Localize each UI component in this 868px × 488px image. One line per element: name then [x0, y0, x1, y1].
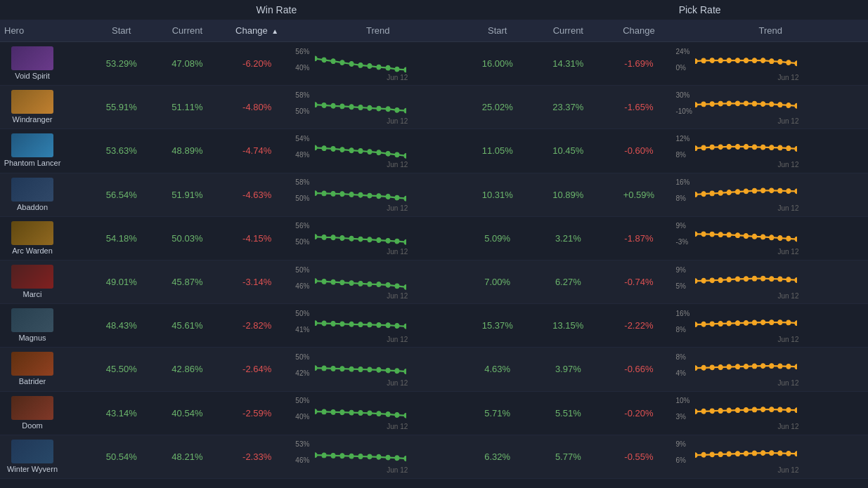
svg-point-129 — [395, 284, 399, 289]
svg-point-143 — [795, 277, 797, 282]
svg-point-82 — [404, 197, 406, 202]
wr-trend: 54% 48% Jun 12 — [292, 129, 463, 173]
pr-start: 5.71% — [463, 391, 531, 435]
svg-point-134 — [719, 277, 723, 282]
svg-point-172 — [349, 367, 354, 371]
svg-point-213 — [778, 407, 782, 412]
pr-current: 3.97% — [531, 348, 604, 391]
svg-point-97 — [322, 235, 326, 240]
svg-point-3 — [340, 60, 344, 65]
svg-point-49 — [322, 146, 326, 151]
svg-point-64 — [736, 145, 740, 150]
svg-point-51 — [340, 147, 344, 152]
pr-current: 10.45% — [531, 129, 604, 173]
wr-start-col-header: Start — [90, 20, 153, 42]
svg-point-166 — [786, 320, 791, 325]
pr-start: 4.63% — [463, 348, 531, 391]
svg-point-38 — [719, 101, 723, 106]
hero-name: Winter Wyvern — [7, 465, 58, 474]
svg-point-223 — [377, 455, 381, 460]
svg-point-95 — [795, 189, 797, 194]
svg-point-13 — [711, 58, 715, 62]
svg-point-101 — [358, 237, 363, 242]
pr-trend: 9% 5% Jun 12 — [673, 260, 868, 303]
svg-point-140 — [770, 276, 774, 281]
svg-point-222 — [368, 454, 372, 459]
wr-current-col-header: Current — [153, 20, 221, 42]
svg-point-45 — [778, 103, 782, 107]
pr-change: -0.60% — [604, 129, 673, 173]
pr-start: 15.37% — [463, 304, 531, 348]
svg-point-94 — [786, 189, 791, 194]
svg-point-90 — [753, 188, 757, 193]
svg-point-128 — [386, 282, 390, 287]
wr-start: 54.18% — [90, 216, 153, 260]
svg-point-188 — [770, 364, 774, 369]
svg-point-74 — [331, 192, 335, 197]
svg-point-27 — [340, 104, 344, 109]
svg-point-160 — [736, 321, 740, 326]
svg-point-68 — [770, 145, 774, 150]
svg-point-98 — [331, 235, 335, 240]
pr-current-col-header: Current — [531, 20, 604, 42]
svg-point-91 — [761, 188, 765, 193]
svg-point-107 — [695, 232, 697, 237]
svg-point-73 — [322, 191, 326, 196]
wr-current: 42.86% — [153, 348, 221, 391]
svg-point-168 — [315, 366, 317, 371]
svg-point-205 — [711, 409, 715, 414]
pr-start: 16.00% — [463, 42, 531, 86]
svg-point-2 — [331, 58, 335, 63]
wr-change-col-header[interactable]: Change ▲ — [221, 20, 292, 42]
svg-point-93 — [778, 188, 782, 193]
wr-trend: 56% 40% Jun 12 — [292, 42, 463, 86]
svg-point-21 — [778, 59, 782, 64]
pr-trend: 8% 4% Jun 12 — [673, 348, 868, 391]
pr-change: +0.59% — [604, 173, 673, 216]
svg-point-99 — [340, 236, 344, 241]
wr-change: -6.20% — [221, 42, 292, 86]
svg-point-130 — [404, 284, 406, 289]
svg-point-194 — [331, 410, 335, 415]
svg-point-206 — [719, 409, 723, 414]
svg-point-137 — [744, 276, 749, 281]
svg-point-221 — [358, 454, 363, 459]
svg-point-164 — [770, 319, 774, 324]
svg-point-155 — [695, 322, 697, 327]
svg-point-87 — [727, 190, 732, 195]
hero-avatar — [11, 221, 53, 245]
pr-change: -1.69% — [604, 42, 673, 86]
svg-point-10 — [404, 67, 406, 72]
svg-point-151 — [377, 322, 381, 327]
svg-point-182 — [719, 365, 723, 370]
svg-point-59 — [695, 146, 697, 151]
svg-point-220 — [349, 454, 354, 459]
pr-current: 10.89% — [531, 173, 604, 216]
hero-name: Void Spirit — [15, 72, 50, 81]
wr-start: 50.54% — [90, 435, 153, 478]
svg-point-136 — [736, 277, 740, 282]
svg-point-5 — [358, 62, 363, 67]
sort-arrow-icon: ▲ — [271, 27, 278, 35]
win-rate-section-header: Win Rate — [90, 0, 464, 20]
wr-current: 51.11% — [153, 86, 221, 129]
hero-cell: Void Spirit — [0, 42, 90, 86]
pr-current: 13.15% — [531, 304, 604, 348]
svg-point-62 — [719, 145, 723, 150]
svg-point-202 — [404, 414, 406, 418]
svg-point-77 — [358, 193, 363, 198]
svg-point-190 — [786, 364, 791, 369]
svg-point-54 — [368, 150, 372, 154]
wr-trend-col-header: Trend — [292, 20, 463, 42]
svg-point-215 — [795, 408, 797, 413]
wr-trend: 50% 42% Jun 12 — [292, 348, 463, 391]
svg-point-157 — [711, 322, 715, 327]
svg-point-25 — [322, 103, 326, 107]
svg-point-47 — [795, 103, 797, 108]
pr-trend-col-header: Trend — [673, 20, 868, 42]
wr-start: 53.29% — [90, 42, 153, 86]
svg-point-124 — [349, 280, 354, 285]
svg-point-36 — [701, 102, 706, 107]
wr-current: 45.61% — [153, 304, 221, 348]
svg-point-103 — [377, 238, 381, 243]
